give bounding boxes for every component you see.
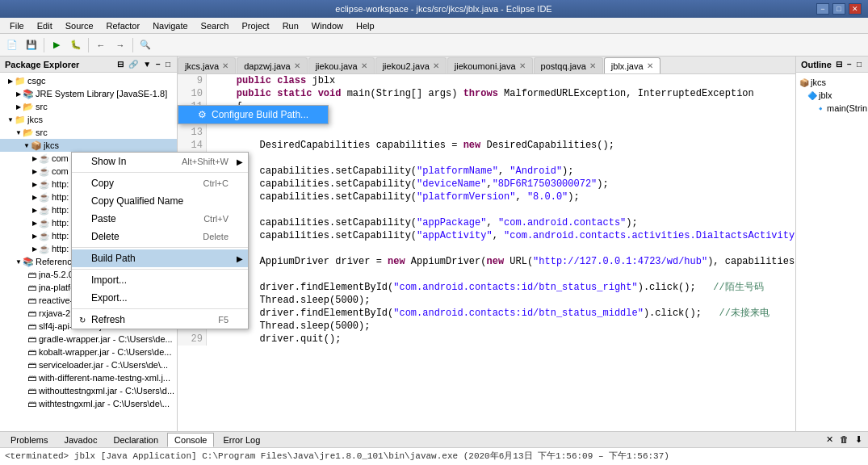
tree-item-gradle[interactable]: 🗃 gradle-wrapper.jar - C:\Users\de... bbox=[0, 333, 177, 346]
menu-run[interactable]: Run bbox=[276, 18, 305, 33]
menu-source[interactable]: Source bbox=[59, 18, 100, 33]
ctx-paste[interactable]: Paste Ctrl+V bbox=[72, 210, 248, 228]
menu-refactor[interactable]: Refactor bbox=[100, 18, 147, 33]
ctx-delete[interactable]: Delete Delete bbox=[72, 228, 248, 245]
back-button[interactable]: ← bbox=[92, 36, 110, 54]
new-button[interactable]: 📄 bbox=[3, 36, 21, 54]
ctx-import[interactable]: Import... bbox=[72, 271, 248, 289]
tab-close-jiekou2[interactable]: ✕ bbox=[433, 61, 439, 70]
tab-close-jkcs[interactable]: ✕ bbox=[222, 61, 229, 70]
jar-icon-4: 🗃 bbox=[26, 308, 37, 318]
ctx-delete-shortcut: Delete bbox=[203, 232, 229, 241]
tab-jkcs[interactable]: jkcs.java ✕ bbox=[178, 57, 236, 73]
tab-label-jkcs: jkcs.java bbox=[185, 61, 219, 71]
tree-item-src2[interactable]: ▼ 📂 src bbox=[0, 126, 177, 139]
tab-jiekou2[interactable]: jiekou2.java ✕ bbox=[375, 57, 447, 73]
ctx-copy[interactable]: Copy Ctrl+C bbox=[72, 174, 248, 192]
code-line-14: DesiredCapabilities capabilities = new D… bbox=[213, 139, 789, 152]
outline-buttons: ⊟ − □ bbox=[834, 60, 863, 69]
tab-label-jblx: jblx.java bbox=[611, 61, 644, 71]
menu-edit[interactable]: Edit bbox=[31, 18, 59, 33]
tree-arrow-http3: ▶ bbox=[31, 207, 39, 214]
tab-javadoc[interactable]: Javadoc bbox=[57, 433, 104, 447]
minimize-panel-button[interactable]: − bbox=[154, 60, 162, 69]
outline-max-btn[interactable]: □ bbox=[855, 60, 863, 69]
tree-item-service[interactable]: 🗃 serviceloader.jar - C:\Users\de\... bbox=[0, 358, 177, 371]
tab-close-postqq[interactable]: ✕ bbox=[589, 61, 596, 70]
tree-item-without[interactable]: 🗃 withouttestngxml.jar - C:\Users\d... bbox=[0, 384, 177, 397]
maximize-button[interactable]: □ bbox=[832, 3, 845, 15]
tab-postqq[interactable]: postqq.java ✕ bbox=[534, 57, 603, 73]
collapse-all-button[interactable]: ⊟ bbox=[115, 60, 125, 69]
tab-jblx[interactable]: jblx.java ✕ bbox=[604, 57, 660, 73]
submenu-configure-build[interactable]: ⚙ Configure Build Path... bbox=[178, 106, 328, 124]
ctx-refresh[interactable]: ↻ Refresh F5 bbox=[72, 311, 248, 329]
jar-icon-10: 🗃 bbox=[26, 386, 37, 396]
package-explorer-header: Package Explorer ⊟ 🔗 ▼ − □ bbox=[0, 57, 177, 73]
tree-label-service: serviceloader.jar - C:\Users\de\... bbox=[39, 360, 168, 370]
tab-dapzwj[interactable]: dapzwj.java ✕ bbox=[237, 57, 307, 73]
view-menu-button[interactable]: ▼ bbox=[141, 60, 153, 69]
tree-arrow-http5: ▶ bbox=[31, 232, 39, 240]
tab-error-log[interactable]: Error Log bbox=[216, 433, 267, 447]
forward-button[interactable]: → bbox=[111, 36, 129, 54]
tree-label-kobalt: kobalt-wrapper.jar - C:\Users\de... bbox=[39, 347, 171, 357]
outline-collapse-btn[interactable]: ⊟ bbox=[834, 60, 844, 69]
minimize-button[interactable]: − bbox=[816, 3, 829, 15]
tab-close-jiekou[interactable]: ✕ bbox=[361, 61, 367, 70]
tree-label-different: with-different-name-testng-xml.j... bbox=[39, 373, 170, 383]
search-button[interactable]: 🔍 bbox=[136, 36, 154, 54]
close-button[interactable]: ✕ bbox=[849, 3, 862, 15]
tree-item-csgc[interactable]: ▶ 📁 csgc bbox=[0, 74, 177, 87]
ctx-export[interactable]: Export... bbox=[72, 289, 248, 307]
tree-item-kobalt[interactable]: 🗃 kobalt-wrapper.jar - C:\Users\de... bbox=[0, 346, 177, 358]
tree-item-jkcs-pkg[interactable]: ▼ 📦 jkcs bbox=[0, 139, 177, 152]
tab-console[interactable]: Console bbox=[167, 433, 214, 447]
tree-item-src1[interactable]: ▶ 📂 src bbox=[0, 100, 177, 113]
code-line-13 bbox=[213, 126, 789, 139]
ctx-copy-label: Copy bbox=[91, 178, 187, 189]
outline-item-jkcs[interactable]: 📦 jkcs bbox=[799, 76, 865, 89]
tab-jiekoumoni[interactable]: jiekoumoni.java ✕ bbox=[447, 57, 533, 73]
maximize-panel-button[interactable]: □ bbox=[164, 60, 172, 69]
menu-window[interactable]: Window bbox=[305, 18, 350, 33]
ctx-copy-qualified[interactable]: Copy Qualified Name bbox=[72, 192, 248, 210]
menu-help[interactable]: Help bbox=[350, 18, 381, 33]
run-button[interactable]: ▶ bbox=[48, 36, 65, 54]
tree-arrow-http1: ▶ bbox=[31, 181, 39, 188]
tab-close-dapzwj[interactable]: ✕ bbox=[294, 61, 300, 70]
menu-search[interactable]: Search bbox=[195, 18, 236, 33]
menu-navigate[interactable]: Navigate bbox=[146, 18, 194, 33]
tree-item-different[interactable]: 🗃 with-different-name-testng-xml.j... bbox=[0, 371, 177, 384]
code-editor[interactable]: 9 10 11 12 13 14 15 16 17 18 19 20 21 22… bbox=[178, 74, 795, 431]
debug-button[interactable]: 🐛 bbox=[67, 36, 85, 54]
menu-project[interactable]: Project bbox=[235, 18, 275, 33]
code-line-19 bbox=[213, 203, 789, 216]
tab-close-jblx[interactable]: ✕ bbox=[647, 61, 653, 70]
tab-close-jiekoumoni[interactable]: ✕ bbox=[519, 61, 526, 70]
tree-item-jre[interactable]: ▶ 📚 JRE System Library [JavaSE-1.8] bbox=[0, 87, 177, 100]
ctx-build-path[interactable]: Build Path ▶ bbox=[72, 249, 248, 267]
ctx-show-in[interactable]: Show In Alt+Shift+W ▶ bbox=[72, 153, 248, 170]
console-scroll-end-btn[interactable]: ⬇ bbox=[853, 434, 865, 445]
line-num-14: 14 bbox=[181, 139, 203, 152]
outline-min-btn[interactable]: − bbox=[845, 60, 853, 69]
tree-arrow-http4: ▶ bbox=[31, 220, 39, 227]
console-clear-btn[interactable]: 🗑 bbox=[837, 434, 851, 445]
tree-item-jkcs[interactable]: ▼ 📁 jkcs bbox=[0, 113, 177, 126]
outline-method-icon: 🔹 bbox=[816, 104, 825, 113]
outline-item-jblx[interactable]: 🔷 jblx bbox=[799, 89, 865, 102]
line-num-10: 10 bbox=[181, 87, 203, 100]
tree-label-http4: http: bbox=[52, 218, 69, 228]
tab-problems[interactable]: Problems bbox=[3, 433, 55, 447]
tab-jiekou[interactable]: jiekou.java ✕ bbox=[308, 57, 375, 73]
tab-declaration[interactable]: Declaration bbox=[106, 433, 166, 447]
save-button[interactable]: 💾 bbox=[23, 36, 40, 54]
tree-item-with[interactable]: 🗃 withtestngxml.jar - C:\Users\de\... bbox=[0, 397, 177, 410]
console-terminate-btn[interactable]: ✕ bbox=[824, 434, 836, 445]
outline-item-main[interactable]: 🔹 main(Strin... bbox=[799, 102, 865, 115]
build-path-submenu: ⚙ Configure Build Path... bbox=[178, 105, 329, 124]
menu-file[interactable]: File bbox=[3, 18, 31, 33]
ctx-sep-4 bbox=[72, 308, 248, 309]
link-with-editor-button[interactable]: 🔗 bbox=[127, 60, 140, 69]
